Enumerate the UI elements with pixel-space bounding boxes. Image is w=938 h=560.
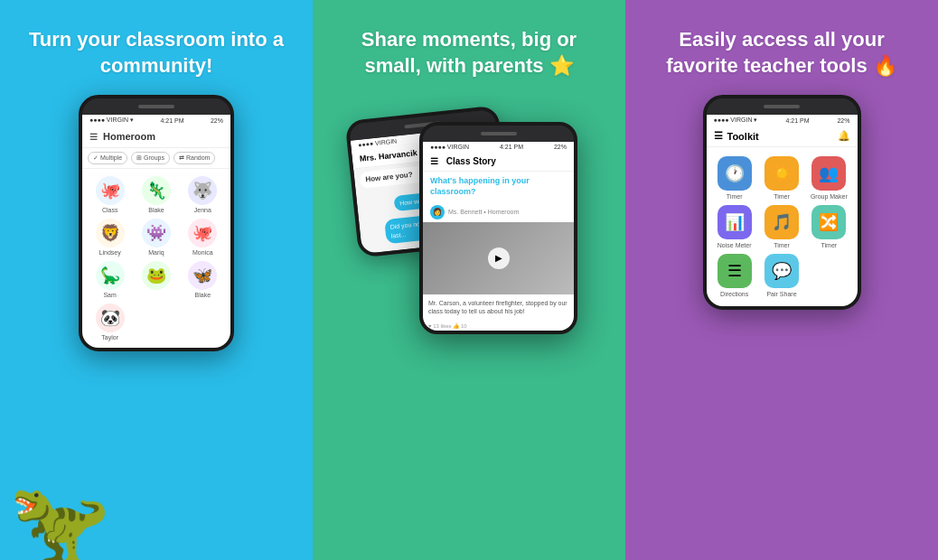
panel-toolkit: Easily access all your favorite teacher … <box>625 0 938 560</box>
list-item[interactable]: 👾 Mariq <box>136 219 176 256</box>
avatar: 🐸 <box>142 261 171 290</box>
toolkit-header: ☰ Toolkit 🔔 <box>707 126 858 147</box>
student-name: Monica <box>192 249 213 256</box>
time-front: 4:21 PM <box>500 144 523 150</box>
timer-icon-3: 🎵 <box>764 205 799 239</box>
hamburger-icon-story[interactable]: ☰ <box>430 156 438 166</box>
noise-meter-icon: 📊 <box>718 205 752 239</box>
status-bar-front: ●●●● VIRGIN 4:21 PM 22% <box>423 142 574 152</box>
battery: 22% <box>211 117 223 124</box>
tool-noise-meter[interactable]: 📊 Noise Meter <box>714 205 755 248</box>
filter-multiple[interactable]: ✓ Multiple <box>88 152 127 164</box>
avatar: 🐼 <box>96 303 125 332</box>
story-author: 👩 Ms. Bennett • Homeroom <box>423 202 574 222</box>
student-name: Mariq <box>148 249 164 256</box>
panel3-headline: Easily access all your favorite teacher … <box>643 27 920 79</box>
avatar: 🐙 <box>188 219 217 247</box>
student-name: Blake <box>148 207 164 213</box>
story-image: ▶ <box>423 222 574 294</box>
tool-label-directions: Directions <box>720 291 748 297</box>
play-button[interactable]: ▶ <box>488 247 510 269</box>
panel1-headline: Turn your classroom into a community! <box>18 27 295 79</box>
list-item[interactable]: 🐙 Monica <box>183 219 223 256</box>
phone-notch-toolkit <box>707 98 858 115</box>
list-item[interactable]: 🐺 Jenna <box>183 176 223 213</box>
tool-label-group-maker: Group Maker <box>811 193 848 200</box>
avatar: 🦋 <box>188 261 217 290</box>
tool-label-timer-3: Timer <box>774 242 790 248</box>
timer-icon-4: 🔀 <box>811 205 846 239</box>
toolkit-title: ☰ Toolkit <box>714 130 759 142</box>
timer-icon-2: ☀️ <box>764 156 799 191</box>
homeroom-header: ☰ Homeroom <box>82 126 230 148</box>
story-subhead: What's happening in your classroom? <box>423 172 574 201</box>
story-title: Class Story <box>446 156 496 166</box>
filter-groups[interactable]: ⊞ Groups <box>131 152 170 164</box>
story-likes: ♥ 13 likes 👍 10 <box>423 321 574 331</box>
toolkit-name: Toolkit <box>727 131 759 142</box>
avatar: 🦕 <box>96 261 125 290</box>
monster-decoration: 🦖 <box>9 483 110 560</box>
phone-screen-toolkit: ●●●● VIRGIN ▾ 4:21 PM 22% ☰ Toolkit 🔔 🕐 … <box>707 115 858 306</box>
timer-icon-1: 🕐 <box>718 156 752 191</box>
student-name: Sam <box>103 292 116 298</box>
tool-label-timer-4: Timer <box>821 242 838 248</box>
battery-toolkit: 22% <box>837 117 849 124</box>
tool-pair-share[interactable]: 💬 Pair Share <box>761 254 802 297</box>
list-item[interactable]: 🐼 Taylor <box>89 303 130 341</box>
carrier-toolkit: ●●●● VIRGIN ▾ <box>714 117 758 124</box>
author-avatar: 👩 <box>430 205 445 219</box>
phones-stack: ●●●● VIRGIN 4:21 PM 22% Mrs. Harvancik H… <box>370 95 568 456</box>
pair-share-icon: 💬 <box>764 254 799 288</box>
tool-label-timer-1: Timer <box>727 193 743 200</box>
carrier: ●●●● VIRGIN ▾ <box>89 117 134 124</box>
student-name: Blake <box>195 292 211 298</box>
tool-timer-2[interactable]: ☀️ Timer <box>761 156 802 200</box>
avatar: 🐙 <box>96 176 125 205</box>
phone-story-front: ●●●● VIRGIN 4:21 PM 22% ☰ Class Story Wh… <box>419 122 577 334</box>
status-bar-toolkit: ●●●● VIRGIN ▾ 4:21 PM 22% <box>707 115 858 126</box>
avatar: 👾 <box>142 219 171 247</box>
filter-random[interactable]: ⇄ Random <box>174 152 215 164</box>
hamburger-icon-toolkit[interactable]: ☰ <box>714 130 723 142</box>
phone-notch-front <box>423 126 574 142</box>
homeroom-title: Homeroom <box>103 131 155 142</box>
phone-speaker <box>138 105 174 108</box>
tool-group-maker[interactable]: 👥 Group Maker <box>808 156 849 200</box>
list-item[interactable]: 🦋 Blake <box>183 261 223 298</box>
avatar: 🦎 <box>142 176 171 205</box>
panel-community: Turn your classroom into a community! ●●… <box>0 0 313 560</box>
time-toolkit: 4:21 PM <box>785 117 809 124</box>
list-item[interactable]: 🦁 Lindsey <box>89 219 130 256</box>
panel2-headline: Share moments, big or small, with parent… <box>331 27 607 79</box>
tool-timer-1[interactable]: 🕐 Timer <box>714 156 755 200</box>
list-item[interactable]: 🦕 Sam <box>89 261 130 298</box>
notification-bell[interactable]: 🔔 <box>838 130 850 142</box>
phone-speaker-toolkit <box>764 105 800 108</box>
avatar: 🐺 <box>188 176 217 205</box>
student-name: Jenna <box>194 207 211 213</box>
tool-label-timer-2: Timer <box>774 193 790 200</box>
story-screen: ●●●● VIRGIN 4:21 PM 22% ☰ Class Story Wh… <box>423 142 574 331</box>
time: 4:21 PM <box>160 117 183 124</box>
tool-label-noise-meter: Noise Meter <box>718 242 752 248</box>
directions-icon: ☰ <box>718 254 752 288</box>
story-header: ☰ Class Story <box>423 152 574 172</box>
status-bar: ●●●● VIRGIN ▾ 4:21 PM 22% <box>82 115 230 126</box>
list-item[interactable]: 🦎 Blake <box>136 176 176 213</box>
tool-timer-3[interactable]: 🎵 Timer <box>761 205 802 248</box>
tool-directions[interactable]: ☰ Directions <box>714 254 755 297</box>
panel-share: Share moments, big or small, with parent… <box>313 0 625 560</box>
avatar: 🦁 <box>96 219 125 247</box>
tool-timer-4[interactable]: 🔀 Timer <box>808 205 849 248</box>
list-item[interactable]: 🐙 Class <box>89 176 130 213</box>
list-item[interactable]: 🐸 <box>136 261 176 298</box>
phone-screen-homeroom: ●●●● VIRGIN ▾ 4:21 PM 22% ☰ Homeroom ✓ M… <box>82 115 230 348</box>
student-name: Taylor <box>101 334 118 341</box>
phone-toolkit: ●●●● VIRGIN ▾ 4:21 PM 22% ☰ Toolkit 🔔 🕐 … <box>703 95 861 310</box>
group-maker-icon: 👥 <box>811 156 846 191</box>
hamburger-icon[interactable]: ☰ <box>89 132 98 142</box>
phone-speaker-front <box>481 132 517 135</box>
phone-homeroom: ●●●● VIRGIN ▾ 4:21 PM 22% ☰ Homeroom ✓ M… <box>79 95 234 351</box>
student-name: Class <box>102 207 118 213</box>
